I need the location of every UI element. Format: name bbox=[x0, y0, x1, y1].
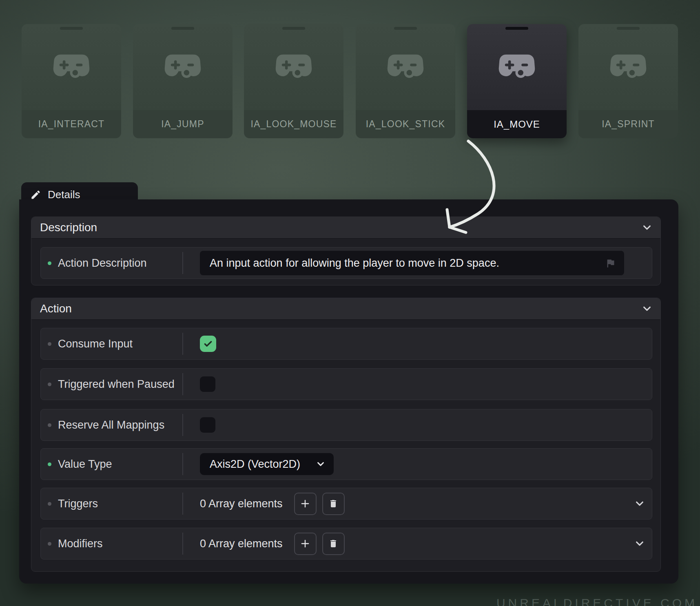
consume-input-checkbox[interactable] bbox=[200, 336, 216, 352]
asset-label-bar: IA_LOOK_MOUSE bbox=[244, 110, 343, 138]
property-dot bbox=[48, 423, 51, 427]
watermark: UNREALDIRECTIVE.COM bbox=[496, 596, 698, 606]
asset-card-ia-move-selected[interactable]: IA_MOVE bbox=[467, 24, 567, 138]
value-type-row: Value Type Axis2D (Vector2D) bbox=[40, 448, 652, 480]
asset-label-bar: IA_LOOK_STICK bbox=[356, 110, 455, 138]
asset-label-bar: IA_JUMP bbox=[133, 110, 233, 138]
modifiers-row: Modifiers 0 Array elements bbox=[40, 528, 652, 560]
property-value: An input action for allowing the player … bbox=[183, 251, 652, 275]
gamepad-icon bbox=[609, 52, 647, 81]
add-array-element-button[interactable] bbox=[294, 533, 317, 555]
action-section-header[interactable]: Action bbox=[31, 298, 660, 320]
chevron-down-icon[interactable] bbox=[633, 537, 646, 550]
property-value bbox=[183, 336, 652, 352]
property-label-text: Triggered when Paused bbox=[58, 378, 175, 391]
property-label-text: Value Type bbox=[58, 458, 112, 471]
asset-type-dash bbox=[617, 27, 640, 30]
property-value: 0 Array elements bbox=[183, 533, 652, 555]
gamepad-icon bbox=[52, 52, 91, 81]
property-value: Axis2D (Vector2D) bbox=[183, 453, 652, 475]
consume-input-row: Consume Input bbox=[40, 328, 652, 360]
check-icon bbox=[203, 338, 213, 349]
action-description-input[interactable]: An input action for allowing the player … bbox=[200, 251, 624, 275]
array-count: 0 Array elements bbox=[200, 498, 283, 510]
property-label-text: Action Description bbox=[58, 257, 147, 270]
asset-thumbnail bbox=[578, 24, 678, 110]
asset-thumbnail bbox=[133, 24, 233, 110]
triggered-when-paused-checkbox[interactable] bbox=[200, 376, 215, 392]
asset-label-bar: IA_SPRINT bbox=[578, 110, 678, 138]
asset-type-dash bbox=[394, 27, 417, 30]
property-value: 0 Array elements bbox=[183, 493, 652, 515]
property-value bbox=[183, 417, 652, 433]
asset-type-dash bbox=[60, 27, 83, 30]
screenshot-root: IA_INTERACT IA_JUMP bbox=[0, 0, 700, 606]
asset-name: IA_MOVE bbox=[494, 119, 540, 130]
property-label-text: Modifiers bbox=[58, 537, 103, 550]
asset-name: IA_INTERACT bbox=[38, 119, 105, 130]
property-dot bbox=[48, 502, 51, 506]
action-section: Action Consume Input bbox=[31, 298, 661, 572]
asset-type-dash bbox=[171, 27, 194, 30]
asset-label-bar: IA_MOVE bbox=[467, 110, 567, 138]
details-tab-label: Details bbox=[48, 188, 80, 201]
modified-dot bbox=[48, 462, 51, 466]
asset-card-ia-interact[interactable]: IA_INTERACT bbox=[22, 24, 121, 138]
asset-label-bar: IA_INTERACT bbox=[22, 110, 121, 138]
chevron-down-icon[interactable] bbox=[640, 302, 653, 315]
chevron-down-icon[interactable] bbox=[640, 221, 653, 234]
asset-type-dash bbox=[282, 27, 305, 30]
trash-icon bbox=[328, 539, 338, 548]
section-title: Description bbox=[40, 221, 97, 234]
pencil-icon bbox=[30, 189, 41, 200]
add-array-element-button[interactable] bbox=[294, 493, 317, 515]
clear-array-button[interactable] bbox=[322, 493, 345, 515]
asset-name: IA_SPRINT bbox=[602, 119, 655, 130]
property-label-text: Triggers bbox=[58, 498, 98, 510]
property-label: Action Description bbox=[41, 257, 182, 270]
value-type-selected: Axis2D (Vector2D) bbox=[210, 458, 300, 471]
section-title: Action bbox=[40, 302, 72, 315]
property-label: Modifiers bbox=[41, 537, 182, 550]
asset-name: IA_LOOK_STICK bbox=[366, 119, 445, 130]
gamepad-icon bbox=[164, 52, 202, 81]
property-dot bbox=[48, 342, 51, 346]
array-count: 0 Array elements bbox=[200, 537, 283, 550]
asset-thumbnail bbox=[22, 24, 121, 110]
details-panel: Description Action Description An input … bbox=[19, 199, 678, 584]
asset-name: IA_LOOK_MOUSE bbox=[250, 119, 337, 130]
property-label-text: Consume Input bbox=[58, 338, 133, 350]
chevron-down-icon bbox=[315, 458, 326, 470]
clear-array-button[interactable] bbox=[322, 533, 345, 555]
plus-icon bbox=[299, 498, 311, 509]
reserve-all-mappings-row: Reserve All Mappings bbox=[40, 409, 652, 441]
asset-name: IA_JUMP bbox=[161, 119, 204, 130]
asset-thumbnail bbox=[244, 24, 343, 110]
asset-card-ia-look-mouse[interactable]: IA_LOOK_MOUSE bbox=[244, 24, 343, 138]
plus-icon bbox=[299, 538, 311, 549]
gamepad-icon bbox=[386, 52, 425, 81]
property-label: Consume Input bbox=[41, 338, 182, 350]
triggered-when-paused-row: Triggered when Paused bbox=[40, 368, 652, 400]
description-section-header[interactable]: Description bbox=[31, 217, 660, 239]
property-dot bbox=[48, 542, 51, 546]
trash-icon bbox=[328, 499, 338, 509]
asset-thumbnail bbox=[356, 24, 455, 110]
reserve-all-mappings-checkbox[interactable] bbox=[200, 417, 215, 433]
description-section: Description Action Description An input … bbox=[31, 217, 661, 285]
action-description-value: An input action for allowing the player … bbox=[210, 257, 499, 270]
value-type-dropdown[interactable]: Axis2D (Vector2D) bbox=[200, 453, 334, 475]
property-label: Value Type bbox=[41, 458, 182, 471]
gamepad-icon bbox=[275, 52, 313, 81]
asset-card-ia-sprint[interactable]: IA_SPRINT bbox=[578, 24, 678, 138]
flag-icon[interactable] bbox=[605, 258, 616, 269]
gamepad-icon bbox=[498, 52, 536, 81]
chevron-down-icon[interactable] bbox=[633, 497, 646, 510]
asset-card-ia-look-stick[interactable]: IA_LOOK_STICK bbox=[356, 24, 455, 138]
property-label-text: Reserve All Mappings bbox=[58, 419, 164, 431]
property-label: Triggers bbox=[41, 498, 182, 510]
property-dot bbox=[48, 383, 51, 386]
asset-thumbnail bbox=[467, 24, 567, 110]
asset-card-ia-jump[interactable]: IA_JUMP bbox=[133, 24, 233, 138]
action-description-row: Action Description An input action for a… bbox=[40, 247, 652, 279]
